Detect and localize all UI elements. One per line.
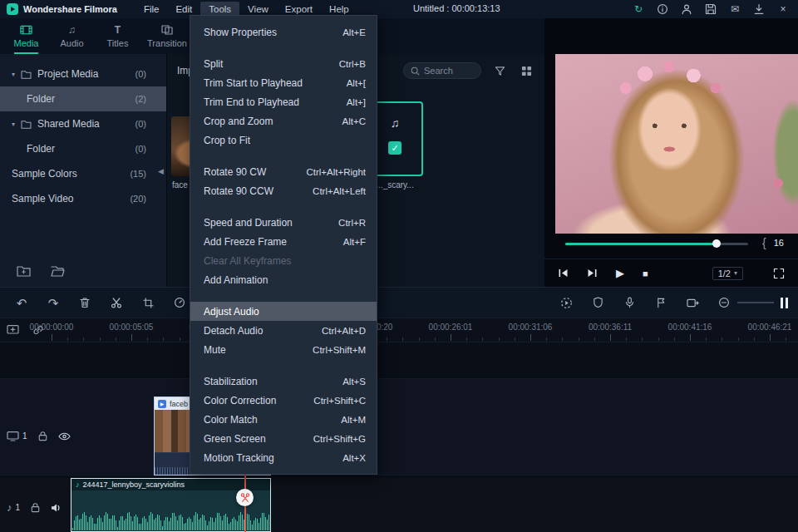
menu-item-color-correction[interactable]: Color CorrectionCtrl+Shift+C <box>190 391 377 410</box>
tab-titles[interactable]: T Titles <box>95 18 140 54</box>
speed-icon[interactable] <box>173 296 186 309</box>
tab-audio[interactable]: ♫ Audio <box>49 18 95 54</box>
next-frame-button[interactable] <box>587 268 598 278</box>
menu-item-trim-end[interactable]: Trim End to PlayheadAlt+] <box>190 92 377 111</box>
tab-media[interactable]: Media <box>3 18 49 54</box>
sidebar-item-sample-colors[interactable]: Sample Colors (15) <box>0 161 166 186</box>
sync-icon[interactable]: ↻ <box>632 2 645 16</box>
preview-page-dropdown[interactable]: 1/2 ▾ <box>712 267 743 280</box>
menu-item-motion-tracking[interactable]: Motion TrackingAlt+X <box>190 448 377 467</box>
mail-icon[interactable]: ✉ <box>728 2 741 16</box>
grid-view-icon[interactable] <box>521 66 534 76</box>
split-scissors-icon[interactable] <box>110 296 123 309</box>
menu-item-green-screen[interactable]: Green ScreenCtrl+Shift+G <box>190 429 377 448</box>
menu-item-add-freeze-frame[interactable]: Add Freeze FrameAlt+F <box>190 232 377 251</box>
zoom-out-icon[interactable] <box>717 296 731 309</box>
timecode-ruler[interactable]: 00:00:00:00 00:00:05:05 00:00:10:10 00:0… <box>12 323 798 332</box>
eye-visibility-icon[interactable] <box>58 432 71 441</box>
menu-item-split[interactable]: SplitCtrl+B <box>190 54 377 73</box>
scale-value: 16 <box>770 237 788 249</box>
progress-fill <box>565 243 717 245</box>
zoom-slider-track[interactable] <box>737 302 774 303</box>
timeline-ruler-row[interactable]: 00:00:00:00 00:00:05:05 00:00:10:10 00:0… <box>0 318 798 342</box>
video-track-lane[interactable] <box>0 378 798 475</box>
video-clip-label: faceb <box>170 400 188 408</box>
account-icon[interactable] <box>680 2 693 16</box>
sidebar-item-label: Sample Video <box>12 193 74 204</box>
stop-button[interactable]: ■ <box>643 268 648 278</box>
menu-item-mute[interactable]: MuteCtrl+Shift+M <box>190 340 377 359</box>
audio-waveform <box>71 510 270 530</box>
undo-icon[interactable]: ↶ <box>15 296 28 309</box>
search-box[interactable] <box>403 62 481 79</box>
menu-item-trim-start[interactable]: Trim Start to PlayheadAlt+[ <box>190 73 377 92</box>
crop-icon[interactable] <box>141 296 155 309</box>
menu-item-clear-all-keyframes: Clear All Keyframes <box>190 251 377 270</box>
sidebar-item-sample-video[interactable]: Sample Video (20) <box>0 186 166 211</box>
menu-item-crop-and-zoom[interactable]: Crop and ZoomAlt+C <box>190 111 377 131</box>
render-preview-icon[interactable] <box>559 296 573 309</box>
ruler-timestamp: 00:00:05:05 <box>91 323 171 332</box>
progress-handle[interactable] <box>712 239 721 248</box>
zoom-slider-handle[interactable] <box>781 298 788 308</box>
preview-panel: { 16 ▶ ■ 1/2 ▾ <box>544 18 798 287</box>
shield-icon[interactable] <box>591 296 604 309</box>
timeline-zoom-control <box>717 296 788 309</box>
sidebar-item-label: Project Media <box>37 68 98 80</box>
tab-media-label: Media <box>14 38 39 48</box>
progress-track[interactable] <box>565 243 748 245</box>
menu-item-detach-audio[interactable]: Detach AudioCtrl+Alt+D <box>190 321 377 340</box>
menu-item-rotate-90-cw[interactable]: Rotate 90 CWCtrl+Alt+Right <box>190 162 377 181</box>
sidebar-item-label: Shared Media <box>37 118 100 130</box>
open-folder-icon[interactable] <box>51 265 65 277</box>
playhead-scissors-badge[interactable] <box>236 489 254 506</box>
sidebar-collapse-icon[interactable]: ◀ <box>158 167 164 175</box>
new-folder-icon[interactable] <box>17 265 31 277</box>
sidebar-list: ▾ Project Media (0) Folder (2) ▾ Shared … <box>0 54 166 211</box>
sidebar-item-folder-selected[interactable]: Folder (2) <box>0 86 166 111</box>
menu-item-color-match[interactable]: Color MatchAlt+M <box>190 410 377 429</box>
playback-progress-slider[interactable] <box>565 238 748 249</box>
item-count: (15) <box>130 169 146 179</box>
menu-item-speed-and-duration[interactable]: Speed and DurationCtrl+R <box>190 213 377 232</box>
lock-icon[interactable] <box>38 431 47 441</box>
play-badge-icon: ▶ <box>158 400 166 408</box>
search-icon <box>411 66 420 76</box>
audio-track-icon: ♪ <box>7 501 12 514</box>
sidebar-item-folder[interactable]: Folder (0) <box>0 136 166 161</box>
delete-icon[interactable] <box>78 296 91 309</box>
redo-icon[interactable]: ↷ <box>47 296 60 309</box>
keyframe-brace-icon: { <box>762 236 766 249</box>
menu-item-crop-to-fit[interactable]: Crop to Fit <box>190 131 377 150</box>
titles-icon: T <box>115 24 121 36</box>
fullscreen-icon[interactable] <box>773 268 785 279</box>
marker-flag-icon[interactable] <box>654 296 667 309</box>
tab-transition[interactable]: Transition <box>140 18 194 54</box>
menu-item-stabilization[interactable]: StabilizationAlt+S <box>190 372 377 391</box>
preview-scale-widget: { 16 <box>762 236 788 249</box>
close-icon[interactable]: × <box>776 2 790 16</box>
download-icon[interactable] <box>752 2 766 16</box>
menu-file[interactable]: File <box>135 2 168 17</box>
previous-frame-button[interactable] <box>558 268 569 278</box>
lock-icon[interactable] <box>31 502 40 513</box>
sidebar-item-project-media[interactable]: ▾ Project Media (0) <box>0 62 166 86</box>
snapshot-export-icon[interactable] <box>686 296 699 309</box>
voiceover-mic-icon[interactable] <box>623 296 636 309</box>
info-icon[interactable] <box>656 2 669 16</box>
caret-down-icon: ▾ <box>12 121 15 128</box>
audio-track-header: ♪ 1 <box>7 501 62 514</box>
item-count: (0) <box>135 144 146 154</box>
search-input[interactable] <box>424 66 472 76</box>
save-icon[interactable] <box>704 2 717 16</box>
menu-item-show-properties[interactable]: Show PropertiesAlt+E <box>190 22 377 42</box>
menu-item-rotate-90-ccw[interactable]: Rotate 90 CCWCtrl+Alt+Left <box>190 181 377 200</box>
menu-item-add-animation[interactable]: Add Animation <box>190 270 377 289</box>
menu-item-adjust-audio[interactable]: Adjust Audio <box>190 302 377 321</box>
play-button[interactable]: ▶ <box>616 267 624 279</box>
sidebar-item-shared-media[interactable]: ▾ Shared Media (0) <box>0 111 166 136</box>
filter-icon[interactable] <box>495 66 508 76</box>
timeline-tracks[interactable]: 1 ▶ faceb ♪ 1 <box>0 342 798 532</box>
speaker-mute-icon[interactable] <box>51 503 62 513</box>
audio-clip-label: 244417_lennyboy_scaryviolins <box>83 480 185 489</box>
